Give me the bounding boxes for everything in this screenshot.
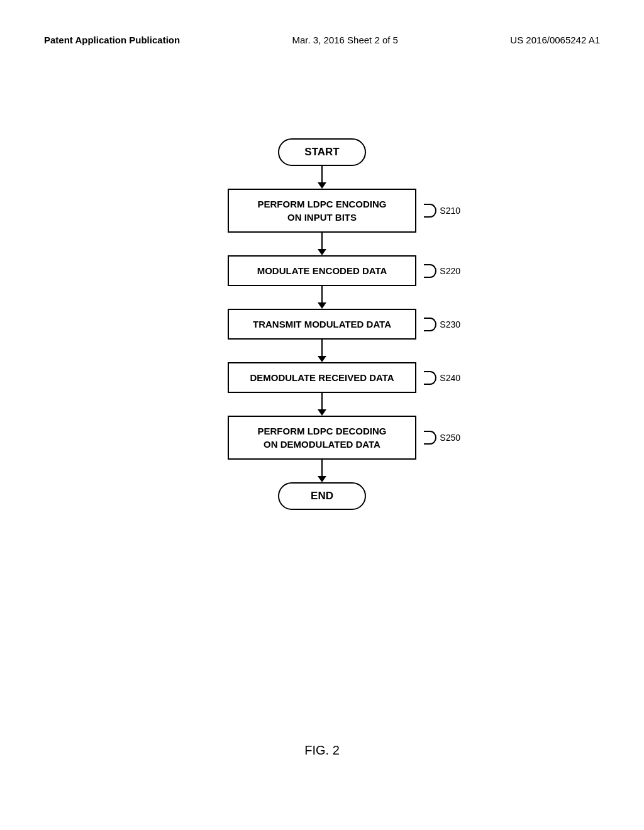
step-s220-box: MODULATE ENCODED DATA [228, 255, 416, 286]
patent-number-label: US 2016/0065242 A1 [510, 35, 600, 45]
step-s250-box: PERFORM LDPC DECODINGON DEMODULATED DATA [228, 416, 416, 460]
end-oval: END [278, 482, 366, 510]
step-s240-wrapper: DEMODULATE RECEIVED DATA S240 [228, 362, 416, 393]
step-s220-wrapper: MODULATE ENCODED DATA S220 [228, 255, 416, 286]
step-s220-label: S220 [425, 264, 460, 278]
flowchart: START PERFORM LDPC ENCODINGON INPUT BITS… [177, 138, 467, 510]
publication-label: Patent Application Publication [44, 35, 180, 45]
arrow-1 [318, 166, 326, 189]
step-s240-box: DEMODULATE RECEIVED DATA [228, 362, 416, 393]
arrow-6 [318, 460, 326, 482]
step-s250-wrapper: PERFORM LDPC DECODINGON DEMODULATED DATA… [228, 416, 416, 460]
start-oval: START [278, 138, 366, 166]
date-sheet-label: Mar. 3, 2016 Sheet 2 of 5 [292, 35, 398, 45]
step-s250-label: S250 [425, 431, 460, 445]
figure-caption: FIG. 2 [304, 743, 340, 758]
step-s210-label: S210 [425, 204, 460, 218]
step-s230-wrapper: TRANSMIT MODULATED DATA S230 [228, 309, 416, 340]
step-s210-box: PERFORM LDPC ENCODINGON INPUT BITS [228, 189, 416, 233]
arrow-2 [318, 233, 326, 255]
step-s230-label: S230 [425, 318, 460, 331]
page-header: Patent Application Publication Mar. 3, 2… [44, 35, 600, 45]
arrow-4 [318, 340, 326, 362]
step-s240-label: S240 [425, 371, 460, 385]
step-s210-wrapper: PERFORM LDPC ENCODINGON INPUT BITS S210 [228, 189, 416, 233]
arrow-5 [318, 393, 326, 416]
arrow-3 [318, 286, 326, 309]
step-s230-box: TRANSMIT MODULATED DATA [228, 309, 416, 340]
